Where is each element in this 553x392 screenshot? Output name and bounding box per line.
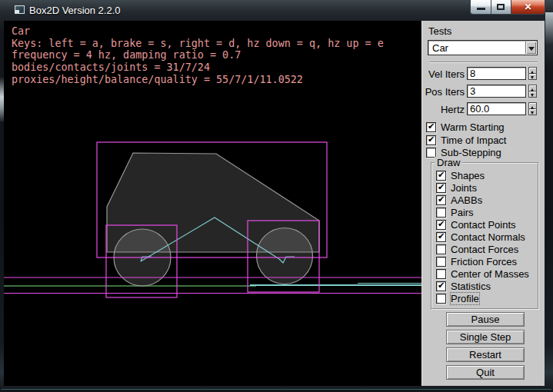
maximize-icon [497,4,505,10]
control-panel: Tests Car Vel ItersPos ItersHertz Warm S… [421,21,545,386]
maximize-button[interactable] [491,0,511,15]
title-bar[interactable]: Box2D Version 2.2.0 ✕ [0,0,553,21]
vel-iters-row: Vel Iters [422,67,545,85]
separator [430,61,538,63]
contact-normals-checkbox[interactable] [436,232,446,242]
chevron-down-icon [528,47,535,54]
warm-starting-label: Warm Starting [441,121,505,133]
quit-button[interactable]: Quit [446,365,525,380]
shapes-label: Shapes [451,170,485,181]
checkbox-row-warm-starting[interactable]: Warm Starting [426,122,506,132]
contact-normals-label: Contact Normals [451,231,525,243]
hertz-spinner-up-icon[interactable] [528,102,537,109]
simulation-canvas[interactable]: Car Keys: left = a, brake = s, right = d… [4,21,421,386]
checkbox-row-contact-points[interactable]: Contact Points [436,220,529,230]
close-button[interactable]: ✕ [511,0,545,15]
center-of-masses-checkbox[interactable] [436,269,446,279]
iteration-controls: Vel ItersPos ItersHertz [422,67,545,120]
contact-points-checkbox[interactable] [436,220,446,230]
friction-forces-checkbox[interactable] [436,257,446,267]
pos-iters-spinner-down-icon[interactable] [528,91,537,98]
checkbox-row-pairs[interactable]: Pairs [436,208,529,218]
center-of-masses-label: Center of Masses [451,268,529,280]
close-icon: ✕ [511,1,545,14]
hertz-input[interactable] [467,102,526,115]
tests-dropdown[interactable]: Car [428,40,538,55]
pos-iters-input[interactable] [467,85,526,98]
restart-button[interactable]: Restart [446,347,525,362]
joints-label: Joints [451,182,477,194]
warm-starting-checkbox[interactable] [426,122,436,132]
minimize-button[interactable] [470,0,491,15]
tests-dropdown-value: Car [432,42,448,54]
vel-iters-spinner [528,67,537,80]
contact-forces-checkbox[interactable] [436,244,446,254]
checkbox-row-joints[interactable]: Joints [436,183,529,193]
window-border-bottom-line [2,389,551,390]
contact-forces-label: Contact Forces [451,244,518,255]
app-icon [15,5,25,14]
checkbox-row-friction-forces[interactable]: Friction Forces [436,257,529,267]
time-of-impact-label: Time of Impact [441,135,506,146]
checkbox-row-contact-normals[interactable]: Contact Normals [436,232,529,242]
vel-iters-input[interactable] [467,67,526,80]
checkbox-row-aabbs[interactable]: AABBs [436,195,529,205]
tests-dropdown-button[interactable] [525,42,536,54]
hertz-spinner-down-icon[interactable] [528,109,537,115]
single-step-button[interactable]: Single Step [446,330,525,344]
profile-label: Profile [451,293,479,304]
profile-checkbox[interactable] [436,294,446,304]
minimize-icon [477,8,485,10]
hertz-row: Hertz [422,102,545,120]
aabbs-label: AABBs [451,194,482,206]
shapes-checkbox[interactable] [436,171,446,181]
caption-buttons: ✕ [470,0,545,15]
friction-forces-label: Friction Forces [451,256,517,267]
pause-button[interactable]: Pause [446,312,525,327]
checkbox-row-statistics[interactable]: Statistics [436,281,529,291]
hertz-label: Hertz [422,104,465,115]
vel-iters-spinner-down-icon[interactable] [528,74,537,80]
app-window: Box2D Version 2.2.0 ✕ [0,0,553,392]
pos-iters-spinner-up-icon[interactable] [528,85,537,91]
aabbs-checkbox[interactable] [436,195,446,205]
time-of-impact-checkbox[interactable] [426,135,436,145]
checkbox-row-shapes[interactable]: Shapes [436,171,529,181]
vel-iters-label: Vel Iters [422,68,465,80]
pos-iters-row: Pos Iters [422,85,545,102]
car-wheel-right [257,228,313,284]
tests-label: Tests [428,25,451,37]
checkbox-row-time-of-impact[interactable]: Time of Impact [426,135,506,145]
sim-option-checkboxes: Warm StartingTime of ImpactSub-Stepping [426,122,506,161]
draw-option-checkboxes: ShapesJointsAABBsPairsContact PointsCont… [436,171,529,306]
window-title: Box2D Version 2.2.0 [29,5,121,16]
checkbox-row-contact-forces[interactable]: Contact Forces [436,244,529,254]
statistics-checkbox[interactable] [436,281,446,291]
pos-iters-label: Pos Iters [422,86,465,98]
pairs-label: Pairs [451,207,474,218]
joints-checkbox[interactable] [436,183,446,193]
pos-iters-spinner [528,85,537,98]
checkbox-row-center-of-masses[interactable]: Center of Masses [436,269,529,279]
vel-iters-spinner-up-icon[interactable] [528,67,537,74]
contact-points-label: Contact Points [451,219,516,231]
checkbox-row-profile[interactable]: Profile [436,294,529,304]
debug-stats-text: Car Keys: left = a, brake = s, right = d… [12,25,384,86]
pairs-checkbox[interactable] [436,208,446,218]
draw-group-title: Draw [435,157,462,168]
statistics-label: Statistics [451,281,491,292]
hertz-spinner [528,102,537,115]
